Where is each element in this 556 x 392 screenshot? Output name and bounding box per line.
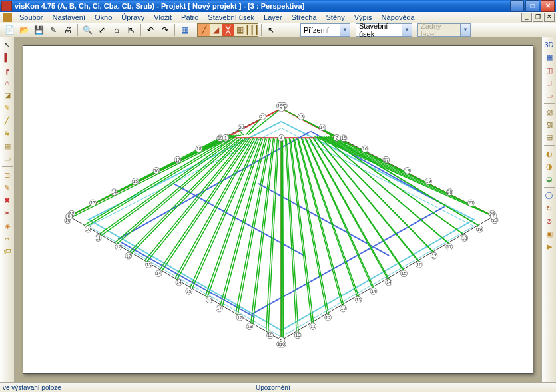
svg-text:17: 17	[384, 158, 389, 162]
svg-text:17: 17	[237, 315, 242, 320]
svg-text:3: 3	[280, 106, 282, 111]
mode-bars-icon[interactable]: ┃┃┃	[246, 24, 258, 36]
delete-icon[interactable]: ✖	[1, 194, 13, 206]
clip-icon[interactable]: ⊡	[1, 169, 13, 181]
open-icon[interactable]: 📂	[17, 23, 31, 37]
svg-text:5: 5	[280, 338, 282, 343]
menu-strecha[interactable]: Střecha	[287, 12, 322, 23]
svg-text:14: 14	[176, 280, 182, 285]
stop-icon[interactable]: ⊘	[543, 215, 555, 227]
grid-icon[interactable]: ▦	[1, 140, 13, 152]
svg-text:11: 11	[310, 324, 316, 329]
svg-text:15: 15	[402, 271, 407, 276]
drawing-canvas[interactable]: 1010111212131414151617171819191010111212…	[23, 45, 533, 374]
grid2d-icon[interactable]: ▦	[543, 51, 555, 63]
svg-text:18: 18	[462, 236, 467, 240]
svg-line-19	[84, 138, 230, 225]
menu-vlozit[interactable]: Vložit	[149, 12, 176, 23]
menu-upravy[interactable]: Úpravy	[117, 12, 149, 23]
note-icon[interactable]: ✎	[1, 182, 13, 194]
separator	[140, 24, 141, 36]
plank-icon[interactable]: ▭	[1, 152, 13, 164]
svg-line-56	[298, 139, 344, 306]
print-icon[interactable]: 🖨	[61, 23, 75, 37]
shade1-icon[interactable]: ◐	[543, 148, 555, 160]
menu-nastaveni[interactable]: Nastavení	[47, 12, 90, 23]
new-icon[interactable]: 📄	[3, 23, 16, 37]
wall-icon[interactable]: ▌	[1, 51, 13, 63]
save-icon[interactable]: 💾	[32, 23, 45, 37]
svg-line-60	[306, 139, 374, 288]
separator	[2, 166, 13, 167]
play-icon[interactable]: ▶	[543, 240, 555, 252]
svg-text:10: 10	[295, 333, 300, 337]
layer3-icon[interactable]: ▤	[543, 131, 555, 143]
statusbar: ve výstavaní poloze Upozornění	[0, 382, 556, 392]
svg-line-22	[101, 139, 235, 235]
info-icon[interactable]: ⓘ	[543, 190, 555, 202]
svg-text:4: 4	[280, 136, 282, 140]
maximize-button[interactable]: □	[525, 0, 539, 12]
blockview-icon[interactable]: ▦	[178, 23, 191, 37]
minimize-button[interactable]: _	[510, 0, 524, 12]
layer2-icon[interactable]: ▨	[543, 118, 555, 130]
svg-text:15: 15	[186, 289, 192, 294]
zoomfit-icon[interactable]: ⤢	[95, 23, 109, 37]
redo-icon[interactable]: ↷	[158, 23, 172, 37]
shade3-icon[interactable]: ◒	[543, 173, 555, 185]
mdi-restore-button[interactable]: ❐	[533, 13, 543, 22]
layer-combo[interactable]: Žádný layer ▼	[417, 23, 471, 37]
svg-text:13: 13	[91, 200, 96, 205]
mode-line-icon[interactable]: ╱	[198, 24, 210, 36]
svg-text:15: 15	[133, 179, 138, 184]
tag-icon[interactable]: ◈	[1, 220, 13, 232]
close-button[interactable]: ✕	[541, 0, 555, 12]
section-icon[interactable]: ◫	[543, 64, 555, 76]
elevation-icon[interactable]: ⊟	[543, 77, 555, 89]
chevron-down-icon[interactable]: ▼	[340, 24, 350, 36]
refresh-icon[interactable]: ↻	[543, 202, 555, 214]
menu-napoveda[interactable]: Nápověda	[377, 12, 419, 23]
separator	[544, 103, 555, 104]
menu-okno[interactable]: Okno	[90, 12, 117, 23]
align-icon[interactable]: ≋	[1, 127, 13, 139]
cut-icon[interactable]: ✂	[1, 207, 13, 219]
menu-patro[interactable]: Patro	[176, 12, 203, 23]
mode-plane-icon[interactable]: ◢	[210, 24, 222, 36]
shade2-icon[interactable]: ◑	[543, 160, 555, 172]
svg-text:13: 13	[146, 262, 152, 267]
label-icon[interactable]: 🏷	[1, 245, 13, 257]
profile-icon[interactable]: ┏	[1, 64, 13, 76]
menu-vypis[interactable]: Výpis	[350, 12, 377, 23]
cursor-icon[interactable]: ↖	[1, 39, 13, 51]
dormer-icon[interactable]: ◪	[1, 89, 13, 101]
chevron-down-icon[interactable]: ▼	[402, 24, 412, 36]
layer1-icon[interactable]: ▧	[543, 106, 555, 118]
mode-grid-icon[interactable]: ▦	[234, 24, 246, 36]
measure-icon[interactable]: ↔	[1, 232, 13, 244]
cursor-tool-icon[interactable]: ↖	[264, 23, 278, 37]
line-icon[interactable]: ╱	[1, 114, 13, 126]
floor-combo[interactable]: Přízemí ▼	[300, 23, 350, 37]
plan-icon[interactable]: ▭	[543, 89, 555, 101]
svg-line-98	[314, 136, 493, 216]
mdi-close-button[interactable]: ✕	[544, 13, 555, 22]
zoom-icon[interactable]: 🔍	[81, 23, 94, 37]
saveas-icon[interactable]: ✎	[47, 23, 60, 37]
menu-soubor[interactable]: Soubor	[15, 12, 47, 23]
extents-icon[interactable]: ⇱	[125, 23, 138, 37]
undo-icon[interactable]: ↶	[144, 23, 157, 37]
mdi-minimize-button[interactable]: _	[521, 13, 532, 22]
menu-layer[interactable]: Layer	[259, 12, 287, 23]
house-icon[interactable]: ⌂	[1, 77, 13, 89]
svg-text:12: 12	[126, 254, 131, 258]
highlight-icon[interactable]: ▣	[543, 228, 555, 240]
menu-stavebni-usek[interactable]: Stavební úsek	[203, 12, 259, 23]
chevron-down-icon[interactable]: ▼	[460, 24, 470, 36]
view3d-icon[interactable]: 3D	[543, 39, 555, 51]
section-combo[interactable]: Stavební úsek ▼	[356, 23, 412, 37]
menu-steny[interactable]: Stěny	[322, 12, 350, 23]
home-icon[interactable]: ⌂	[110, 23, 123, 37]
mode-cross-icon[interactable]: ╳	[222, 24, 234, 36]
edit-icon[interactable]: ✎	[1, 102, 13, 114]
